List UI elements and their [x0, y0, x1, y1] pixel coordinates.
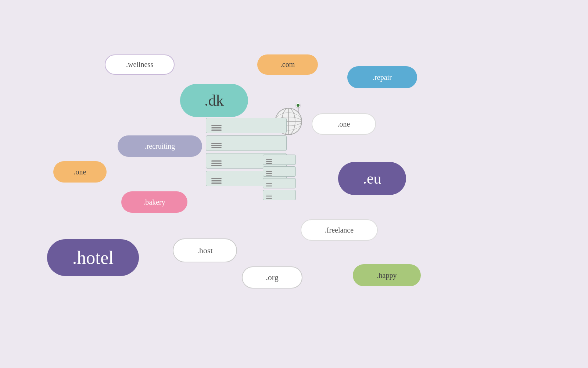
domain-bubble-repair: .repair	[347, 66, 417, 88]
domain-label-org: .org	[266, 273, 278, 282]
domain-bubble-freelance: .freelance	[301, 219, 378, 241]
domain-bubble-com: .com	[257, 54, 318, 75]
domain-label-one-white: .one	[338, 120, 350, 128]
domain-label-wellness: .wellness	[126, 60, 153, 69]
domain-label-bakery: .bakery	[143, 198, 165, 206]
domain-bubble-dk: .dk	[180, 84, 248, 117]
domain-label-com: .com	[280, 60, 295, 69]
domain-bubble-one-white: .one	[312, 113, 376, 135]
server-stack-small	[263, 155, 296, 202]
server-small-unit-3	[263, 178, 296, 188]
domain-label-hotel: .hotel	[72, 247, 114, 268]
domain-label-dk: .dk	[204, 92, 224, 109]
domain-bubble-org: .org	[242, 266, 302, 289]
server-unit-2	[206, 135, 287, 151]
domain-bubble-wellness: .wellness	[105, 54, 175, 75]
domain-bubble-recruiting: .recruiting	[118, 135, 202, 157]
server-small-unit-1	[263, 155, 296, 165]
domain-label-host: .host	[197, 246, 212, 255]
domain-label-freelance: .freelance	[325, 226, 354, 234]
domain-label-eu: .eu	[363, 170, 381, 187]
domain-bubble-host: .host	[173, 238, 237, 262]
domain-bubble-one-orange: .one	[53, 161, 107, 183]
domain-label-happy: .happy	[377, 271, 397, 280]
domain-bubble-hotel: .hotel	[47, 239, 139, 276]
domain-label-one-orange: .one	[74, 168, 86, 176]
domain-bubble-bakery: .bakery	[121, 191, 187, 213]
server-illustration	[206, 118, 301, 206]
map-pin-icon	[296, 103, 300, 113]
domain-bubble-happy: .happy	[353, 264, 421, 286]
domain-label-recruiting: .recruiting	[145, 142, 175, 151]
server-unit-1	[206, 118, 287, 133]
domain-label-repair: .repair	[373, 73, 392, 82]
domain-bubble-eu: .eu	[338, 162, 406, 195]
server-small-unit-2	[263, 166, 296, 177]
server-small-unit-4	[263, 190, 296, 200]
